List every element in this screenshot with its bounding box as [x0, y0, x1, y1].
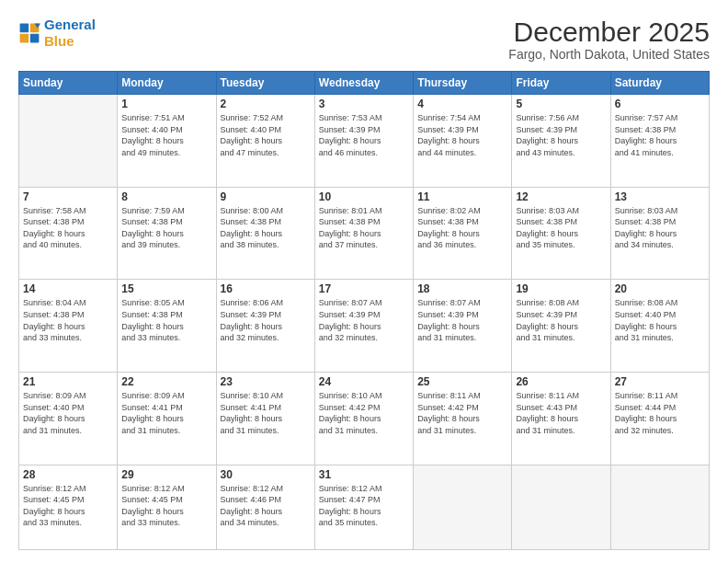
day-number: 22 — [121, 375, 211, 388]
day-info: Sunrise: 8:11 AMSunset: 4:43 PMDaylight:… — [516, 390, 606, 436]
day-number: 1 — [121, 98, 211, 110]
day-number: 29 — [121, 468, 211, 481]
calendar-cell — [19, 95, 118, 188]
day-info: Sunrise: 8:12 AMSunset: 4:47 PMDaylight:… — [319, 483, 409, 529]
calendar-cell: 8Sunrise: 7:59 AMSunset: 4:38 PMDaylight… — [118, 187, 216, 280]
day-number: 27 — [615, 375, 705, 388]
week-row-2: 7Sunrise: 7:58 AMSunset: 4:38 PMDaylight… — [19, 187, 710, 280]
day-number: 30 — [221, 468, 311, 481]
weekday-header-sunday: Sunday — [19, 72, 118, 95]
day-info: Sunrise: 8:12 AMSunset: 4:46 PMDaylight:… — [221, 483, 311, 529]
day-info: Sunrise: 8:07 AMSunset: 4:39 PMDaylight:… — [319, 297, 409, 343]
calendar-cell: 7Sunrise: 7:58 AMSunset: 4:38 PMDaylight… — [19, 187, 118, 280]
day-number: 28 — [23, 468, 113, 481]
logo-general: General — [44, 17, 96, 32]
day-info: Sunrise: 8:12 AMSunset: 4:45 PMDaylight:… — [121, 483, 211, 529]
weekday-header-wednesday: Wednesday — [314, 72, 413, 95]
day-info: Sunrise: 8:01 AMSunset: 4:38 PMDaylight:… — [319, 205, 409, 251]
day-info: Sunrise: 8:06 AMSunset: 4:39 PMDaylight:… — [221, 297, 311, 343]
day-number: 25 — [417, 375, 507, 388]
logo-icon — [18, 22, 40, 44]
day-number: 11 — [417, 190, 507, 203]
day-info: Sunrise: 8:02 AMSunset: 4:38 PMDaylight:… — [417, 205, 507, 251]
week-row-1: 1Sunrise: 7:51 AMSunset: 4:40 PMDaylight… — [19, 95, 710, 188]
calendar-cell: 21Sunrise: 8:09 AMSunset: 4:40 PMDayligh… — [19, 372, 118, 465]
day-number: 3 — [319, 98, 409, 110]
logo-blue: Blue — [44, 33, 74, 49]
calendar-cell: 18Sunrise: 8:07 AMSunset: 4:39 PMDayligh… — [414, 280, 512, 373]
logo-text: General Blue — [44, 17, 96, 50]
calendar-page: General Blue December 2025 Fargo, North … — [0, 0, 728, 563]
weekday-header-saturday: Saturday — [610, 72, 709, 95]
calendar-cell: 23Sunrise: 8:10 AMSunset: 4:41 PMDayligh… — [216, 372, 314, 465]
day-number: 5 — [516, 98, 606, 110]
day-info: Sunrise: 8:09 AMSunset: 4:40 PMDaylight:… — [23, 390, 113, 436]
day-info: Sunrise: 8:00 AMSunset: 4:38 PMDaylight:… — [221, 205, 311, 251]
calendar-cell: 14Sunrise: 8:04 AMSunset: 4:38 PMDayligh… — [19, 280, 118, 373]
calendar-cell: 6Sunrise: 7:57 AMSunset: 4:38 PMDaylight… — [610, 95, 709, 188]
day-info: Sunrise: 7:56 AMSunset: 4:39 PMDaylight:… — [516, 112, 606, 158]
calendar-cell: 20Sunrise: 8:08 AMSunset: 4:40 PMDayligh… — [610, 280, 709, 373]
day-number: 7 — [23, 190, 113, 203]
svg-rect-0 — [20, 24, 29, 33]
day-number: 2 — [221, 98, 311, 110]
calendar-cell — [610, 465, 709, 549]
calendar-cell: 15Sunrise: 8:05 AMSunset: 4:38 PMDayligh… — [118, 280, 216, 373]
day-info: Sunrise: 8:10 AMSunset: 4:41 PMDaylight:… — [221, 390, 311, 436]
calendar-cell: 5Sunrise: 7:56 AMSunset: 4:39 PMDaylight… — [512, 95, 610, 188]
calendar-cell: 28Sunrise: 8:12 AMSunset: 4:45 PMDayligh… — [19, 465, 118, 549]
svg-rect-2 — [20, 34, 29, 43]
calendar-cell — [512, 465, 610, 549]
week-row-5: 28Sunrise: 8:12 AMSunset: 4:45 PMDayligh… — [19, 465, 710, 549]
day-info: Sunrise: 8:05 AMSunset: 4:38 PMDaylight:… — [121, 297, 211, 343]
calendar-cell: 30Sunrise: 8:12 AMSunset: 4:46 PMDayligh… — [216, 465, 314, 549]
day-number: 20 — [615, 282, 705, 295]
weekday-header-tuesday: Tuesday — [216, 72, 314, 95]
weekday-header-friday: Friday — [512, 72, 610, 95]
calendar-cell: 16Sunrise: 8:06 AMSunset: 4:39 PMDayligh… — [216, 280, 314, 373]
day-info: Sunrise: 7:54 AMSunset: 4:39 PMDaylight:… — [417, 112, 507, 158]
day-info: Sunrise: 7:53 AMSunset: 4:39 PMDaylight:… — [319, 112, 409, 158]
day-info: Sunrise: 8:09 AMSunset: 4:41 PMDaylight:… — [121, 390, 211, 436]
day-number: 9 — [221, 190, 311, 203]
title-block: December 2025 Fargo, North Dakota, Unite… — [508, 17, 710, 62]
week-row-3: 14Sunrise: 8:04 AMSunset: 4:38 PMDayligh… — [19, 280, 710, 373]
day-info: Sunrise: 8:08 AMSunset: 4:40 PMDaylight:… — [615, 297, 705, 343]
logo: General Blue — [18, 17, 96, 50]
calendar-cell: 10Sunrise: 8:01 AMSunset: 4:38 PMDayligh… — [314, 187, 413, 280]
weekday-header-monday: Monday — [118, 72, 216, 95]
day-number: 15 — [121, 282, 211, 295]
day-number: 19 — [516, 282, 606, 295]
day-number: 26 — [516, 375, 606, 388]
calendar-cell: 3Sunrise: 7:53 AMSunset: 4:39 PMDaylight… — [314, 95, 413, 188]
calendar-cell — [414, 465, 512, 549]
week-row-4: 21Sunrise: 8:09 AMSunset: 4:40 PMDayligh… — [19, 372, 710, 465]
weekday-header-thursday: Thursday — [414, 72, 512, 95]
calendar-cell: 29Sunrise: 8:12 AMSunset: 4:45 PMDayligh… — [118, 465, 216, 549]
day-number: 24 — [319, 375, 409, 388]
day-info: Sunrise: 8:03 AMSunset: 4:38 PMDaylight:… — [516, 205, 606, 251]
day-number: 6 — [615, 98, 705, 110]
calendar-cell: 13Sunrise: 8:03 AMSunset: 4:38 PMDayligh… — [610, 187, 709, 280]
calendar-cell: 9Sunrise: 8:00 AMSunset: 4:38 PMDaylight… — [216, 187, 314, 280]
calendar-cell: 27Sunrise: 8:11 AMSunset: 4:44 PMDayligh… — [610, 372, 709, 465]
calendar-table: SundayMondayTuesdayWednesdayThursdayFrid… — [18, 71, 710, 550]
day-info: Sunrise: 7:51 AMSunset: 4:40 PMDaylight:… — [121, 112, 211, 158]
day-info: Sunrise: 8:07 AMSunset: 4:39 PMDaylight:… — [417, 297, 507, 343]
calendar-cell: 26Sunrise: 8:11 AMSunset: 4:43 PMDayligh… — [512, 372, 610, 465]
day-number: 31 — [319, 468, 409, 481]
day-info: Sunrise: 8:10 AMSunset: 4:42 PMDaylight:… — [319, 390, 409, 436]
day-number: 10 — [319, 190, 409, 203]
day-number: 8 — [121, 190, 211, 203]
day-number: 12 — [516, 190, 606, 203]
day-info: Sunrise: 8:03 AMSunset: 4:38 PMDaylight:… — [615, 205, 705, 251]
calendar-cell: 11Sunrise: 8:02 AMSunset: 4:38 PMDayligh… — [414, 187, 512, 280]
day-number: 21 — [23, 375, 113, 388]
calendar-cell: 19Sunrise: 8:08 AMSunset: 4:39 PMDayligh… — [512, 280, 610, 373]
day-info: Sunrise: 7:58 AMSunset: 4:38 PMDaylight:… — [23, 205, 113, 251]
day-number: 23 — [221, 375, 311, 388]
calendar-cell: 31Sunrise: 8:12 AMSunset: 4:47 PMDayligh… — [314, 465, 413, 549]
day-number: 16 — [221, 282, 311, 295]
day-info: Sunrise: 7:52 AMSunset: 4:40 PMDaylight:… — [221, 112, 311, 158]
calendar-cell: 24Sunrise: 8:10 AMSunset: 4:42 PMDayligh… — [314, 372, 413, 465]
